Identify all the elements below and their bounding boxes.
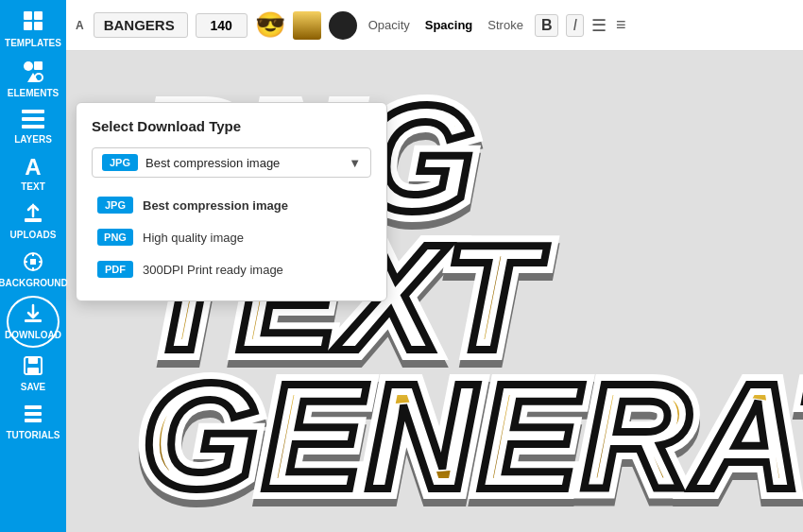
italic-button[interactable]: I (566, 14, 583, 37)
svg-rect-10 (22, 125, 44, 129)
jpg-label: Best compression image (143, 198, 288, 213)
save-icon (23, 355, 43, 379)
pdf-label: 300DPI Print ready image (143, 263, 283, 277)
dropdown-title: Select Download Type (92, 118, 371, 134)
dropdown-arrow-icon[interactable]: ▼ (349, 156, 361, 170)
emoji-picker-button[interactable]: 😎 (255, 10, 285, 40)
svg-point-4 (24, 61, 33, 71)
canvas-area: PNG TEXT GENERATOR Select Download Type … (66, 51, 803, 532)
svg-rect-0 (24, 11, 32, 20)
svg-rect-22 (25, 412, 42, 416)
pdf-badge: PDF (97, 261, 133, 278)
png-label: High quality image (143, 231, 244, 245)
layers-icon (22, 110, 44, 131)
background-icon (23, 251, 43, 275)
stroke-button[interactable]: Stroke (484, 18, 527, 32)
text-icon: A (25, 156, 41, 179)
svg-rect-23 (25, 419, 42, 422)
svg-rect-9 (22, 117, 44, 121)
download-icon (23, 303, 43, 327)
sidebar-item-text[interactable]: A TEXT (0, 150, 66, 197)
selected-format-label: Best compression image (145, 156, 341, 170)
svg-rect-1 (34, 11, 43, 20)
sidebar-item-uploads[interactable]: UPLOADS (0, 197, 66, 246)
jpg-badge: JPG (97, 197, 133, 214)
font-label: A (76, 19, 84, 32)
download-dropdown: Select Download Type JPG Best compressio… (76, 102, 387, 301)
download-format-select[interactable]: JPG Best compression image ▼ (92, 147, 371, 178)
sidebar-item-templates[interactable]: TEMPLATES (0, 4, 66, 54)
svg-rect-19 (28, 357, 38, 364)
sidebar-item-elements[interactable]: ELEMENTS (0, 54, 66, 104)
svg-rect-8 (22, 110, 44, 113)
canvas-text-line2: GENERATOR (142, 367, 803, 506)
align-right-button[interactable]: ≡ (616, 15, 626, 35)
sidebar-item-label: SAVE (21, 382, 46, 392)
sidebar-item-tutorials[interactable]: TUTORIALS (0, 398, 66, 446)
elements-icon (22, 60, 44, 85)
dropdown-item-jpg[interactable]: JPG Best compression image (92, 189, 371, 221)
sidebar-item-download[interactable]: DOWNLOAD (7, 296, 60, 348)
sidebar-item-label: UPLOADS (10, 230, 57, 240)
svg-rect-11 (25, 218, 42, 222)
svg-rect-2 (24, 22, 32, 30)
toolbar: A BANGERS 😎 Opacity Spacing Stroke B I ☰… (66, 0, 803, 51)
svg-rect-20 (27, 368, 39, 374)
selected-format-badge: JPG (102, 154, 138, 171)
stroke-color-button[interactable] (329, 11, 357, 40)
svg-rect-3 (34, 22, 43, 30)
sidebar-item-background[interactable]: BACKGROUND (0, 246, 66, 294)
templates-icon (22, 9, 44, 35)
uploads-icon (23, 203, 43, 227)
svg-rect-21 (25, 405, 42, 409)
sidebar-item-label: TEMPLATES (5, 38, 61, 48)
sidebar-item-label: TUTORIALS (6, 430, 60, 440)
tutorials-icon (23, 403, 43, 427)
sidebar-item-label: LAYERS (14, 134, 52, 145)
sidebar-item-label: ELEMENTS (8, 88, 59, 98)
color-picker-button[interactable] (293, 11, 321, 40)
align-center-button[interactable]: ☰ (591, 15, 607, 36)
dropdown-item-png[interactable]: PNG High quality image (92, 221, 371, 253)
dropdown-item-pdf[interactable]: PDF 300DPI Print ready image (92, 253, 371, 285)
sidebar-item-label: BACKGROUND (0, 278, 68, 288)
font-name-display[interactable]: BANGERS (94, 12, 188, 38)
sidebar-item-label: DOWNLOAD (5, 330, 61, 340)
sidebar-item-label: TEXT (21, 181, 45, 192)
png-badge: PNG (97, 229, 133, 246)
opacity-button[interactable]: Opacity (365, 18, 414, 32)
svg-point-7 (35, 74, 43, 81)
bold-button[interactable]: B (535, 14, 559, 37)
svg-rect-17 (25, 319, 42, 322)
font-size-input[interactable] (196, 13, 248, 38)
spacing-button[interactable]: Spacing (421, 18, 477, 32)
main-area: A BANGERS 😎 Opacity Spacing Stroke B I ☰… (66, 0, 803, 532)
sidebar-item-layers[interactable]: LAYERS (0, 104, 66, 150)
sidebar: TEMPLATES ELEMENTS LAYERS A TEXT (0, 0, 66, 532)
svg-rect-5 (34, 61, 43, 70)
sidebar-item-save[interactable]: SAVE (0, 350, 66, 398)
